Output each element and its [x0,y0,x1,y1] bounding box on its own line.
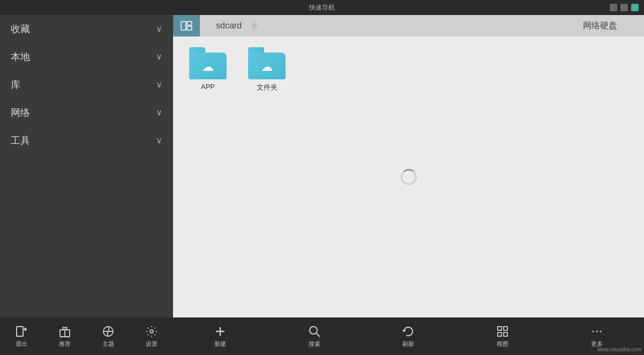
toolbar-new[interactable]: 新建 [199,325,242,348]
toolbar-exit-label: 退出 [16,340,27,348]
toolbar-theme[interactable]: 主题 [87,325,130,348]
folder-icon-folder: ☁ [248,47,286,79]
svg-rect-2 [187,26,192,30]
svg-point-12 [310,327,317,334]
path-sdcard[interactable]: sdcard [200,21,258,31]
sidebar-label-library: 库 [11,78,20,91]
app-title: 快速导航 [309,3,335,12]
bottom-toolbar: 退出 推荐 [0,317,644,355]
path-bar: sdcard 网络硬盘 [173,15,644,36]
svg-rect-16 [498,332,501,336]
maximize-button[interactable] [620,4,628,11]
folder-icon-app: ☁ [189,47,227,79]
sidebar-item-library[interactable]: 库 ∨ [0,71,173,99]
svg-rect-3 [17,327,23,336]
content-area: sdcard 网络硬盘 ☁ APP [173,15,644,317]
search-icon [308,325,321,338]
toolbar-refresh-label: 刷新 [402,340,414,348]
file-label-folder: 文件夹 [257,83,278,92]
toolbar-right-group: 新建 搜索 刷新 [173,325,644,348]
cloud-icon: ☁ [202,60,214,74]
top-bar: 快速导航 [0,0,644,15]
toolbar-settings-label: 设置 [146,340,158,348]
sidebar-label-network: 网络 [11,106,30,119]
chevron-down-icon: ∨ [156,79,162,90]
sidebar-item-local[interactable]: 本地 ∨ [0,43,173,71]
toolbar-more[interactable]: 更多 [575,325,618,348]
chevron-down-icon: ∨ [156,107,162,117]
svg-point-18 [593,330,594,332]
toolbar-settings[interactable]: 设置 [130,325,173,348]
toolbar-view-label: 视图 [497,340,508,348]
svg-rect-17 [504,332,507,336]
more-icon [590,325,603,338]
toolbar-refresh[interactable]: 刷新 [387,325,430,348]
sidebar-label-tools: 工具 [11,134,30,147]
file-grid: ☁ APP ☁ 文件夹 [173,36,644,317]
exit-icon [15,325,28,338]
minimize-button[interactable] [610,4,617,11]
watermark: www.xiazaiba.com [597,346,641,352]
gift-icon [58,325,71,338]
settings-icon [145,325,158,338]
window-controls [610,4,639,11]
cloud-icon: ☁ [261,60,273,74]
chevron-down-icon: ∨ [156,135,162,145]
toolbar-recommend-label: 推荐 [59,340,71,348]
sidebar: 收藏 ∨ 本地 ∨ 库 ∨ 网络 ∨ 工具 ∨ [0,15,173,317]
toolbar-left-group: 退出 推荐 [0,325,173,348]
svg-line-13 [316,333,320,337]
file-item-app[interactable]: ☁ APP [184,47,232,92]
toolbar-exit[interactable]: 退出 [0,325,43,348]
chevron-down-icon: ∨ [156,24,162,34]
svg-point-9 [150,330,153,333]
sidebar-label-favorites: 收藏 [11,23,30,35]
svg-rect-14 [498,327,501,330]
toolbar-theme-label: 主题 [102,340,114,348]
toolbar-search[interactable]: 搜索 [293,325,336,348]
file-item-folder[interactable]: ☁ 文件夹 [243,47,291,92]
loading-spinner [401,169,417,185]
sidebar-item-network[interactable]: 网络 ∨ [0,99,173,127]
file-label-app: APP [201,83,215,91]
grid-icon [496,325,509,338]
toolbar-view[interactable]: 视图 [481,325,524,348]
path-bar-icon[interactable] [173,15,200,36]
path-network-disk[interactable]: 网络硬盘 [567,20,633,32]
close-button[interactable] [631,4,639,11]
plus-icon [214,325,227,338]
svg-point-19 [596,330,598,332]
refresh-icon [402,325,415,338]
toolbar-new-label: 新建 [214,340,226,348]
chevron-down-icon: ∨ [156,51,162,62]
toolbar-search-label: 搜索 [309,340,320,348]
sidebar-item-favorites[interactable]: 收藏 ∨ [0,15,173,43]
toolbar-recommend[interactable]: 推荐 [43,325,87,348]
svg-rect-1 [187,21,192,25]
theme-icon [102,325,115,338]
svg-rect-15 [504,327,507,330]
main-layout: 收藏 ∨ 本地 ∨ 库 ∨ 网络 ∨ 工具 ∨ [0,15,644,317]
sidebar-item-tools[interactable]: 工具 ∨ [0,127,173,154]
svg-rect-0 [181,21,186,30]
svg-point-20 [600,330,602,332]
sidebar-label-local: 本地 [11,50,30,63]
